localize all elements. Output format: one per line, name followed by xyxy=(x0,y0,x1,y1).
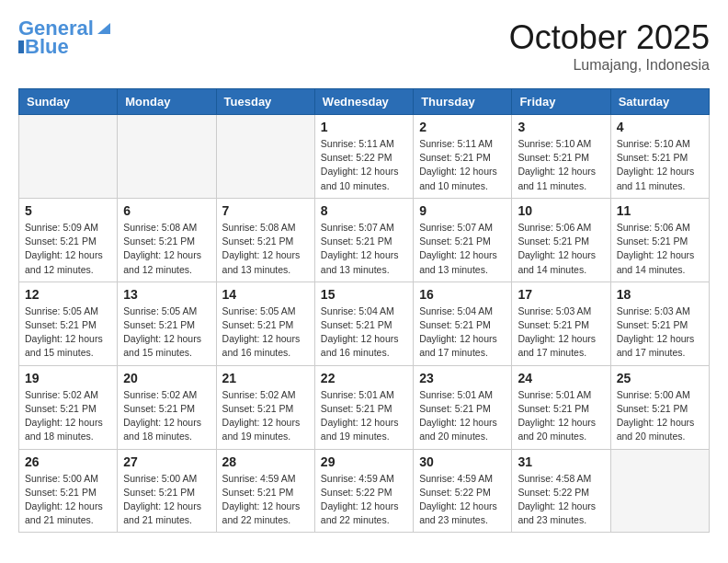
day-number: 30 xyxy=(419,454,506,469)
day-number: 24 xyxy=(518,371,604,385)
day-number: 3 xyxy=(518,120,604,134)
day-info: Sunrise: 5:05 AM Sunset: 5:21 PM Dayligh… xyxy=(123,304,210,361)
header-sunday: Sunday xyxy=(19,89,118,115)
calendar-cell: 27Sunrise: 5:00 AM Sunset: 5:21 PM Dayli… xyxy=(118,449,216,533)
day-info: Sunrise: 5:06 AM Sunset: 5:21 PM Dayligh… xyxy=(518,221,604,277)
calendar-cell: 18Sunrise: 5:03 AM Sunset: 5:21 PM Dayli… xyxy=(610,282,709,365)
calendar-cell: 1Sunrise: 5:11 AM Sunset: 5:22 PM Daylig… xyxy=(314,115,413,199)
day-number: 29 xyxy=(321,454,407,469)
day-number: 7 xyxy=(222,203,309,218)
day-number: 9 xyxy=(419,203,506,218)
day-info: Sunrise: 4:59 AM Sunset: 5:22 PM Dayligh… xyxy=(321,472,407,528)
logo-wing-icon xyxy=(96,19,112,36)
day-number: 8 xyxy=(321,203,407,218)
calendar-cell: 2Sunrise: 5:11 AM Sunset: 5:21 PM Daylig… xyxy=(414,115,512,199)
calendar-cell xyxy=(610,449,709,533)
day-info: Sunrise: 5:04 AM Sunset: 5:21 PM Dayligh… xyxy=(419,304,506,361)
day-number: 5 xyxy=(25,203,111,218)
header-tuesday: Tuesday xyxy=(216,89,314,115)
calendar-week-row: 12Sunrise: 5:05 AM Sunset: 5:21 PM Dayli… xyxy=(19,282,710,365)
day-number: 26 xyxy=(25,454,111,469)
day-number: 20 xyxy=(123,371,210,385)
calendar-cell: 13Sunrise: 5:05 AM Sunset: 5:21 PM Dayli… xyxy=(118,282,216,365)
day-info: Sunrise: 5:07 AM Sunset: 5:21 PM Dayligh… xyxy=(321,221,407,277)
day-info: Sunrise: 5:01 AM Sunset: 5:21 PM Dayligh… xyxy=(518,388,604,444)
calendar-cell: 9Sunrise: 5:07 AM Sunset: 5:21 PM Daylig… xyxy=(414,198,512,282)
location-title: Lumajang, Indonesia xyxy=(509,57,710,74)
calendar-week-row: 1Sunrise: 5:11 AM Sunset: 5:22 PM Daylig… xyxy=(19,115,710,199)
calendar-cell: 8Sunrise: 5:07 AM Sunset: 5:21 PM Daylig… xyxy=(314,198,413,282)
day-info: Sunrise: 5:02 AM Sunset: 5:21 PM Dayligh… xyxy=(222,388,309,444)
day-info: Sunrise: 5:07 AM Sunset: 5:21 PM Dayligh… xyxy=(419,221,506,277)
day-info: Sunrise: 5:10 AM Sunset: 5:21 PM Dayligh… xyxy=(617,137,703,193)
day-info: Sunrise: 5:04 AM Sunset: 5:21 PM Dayligh… xyxy=(321,304,407,361)
calendar-week-row: 19Sunrise: 5:02 AM Sunset: 5:21 PM Dayli… xyxy=(19,365,710,449)
day-number: 13 xyxy=(123,287,210,302)
calendar-cell: 4Sunrise: 5:10 AM Sunset: 5:21 PM Daylig… xyxy=(610,115,709,199)
day-number: 22 xyxy=(321,371,407,385)
title-block: October 2025 Lumajang, Indonesia xyxy=(509,18,710,74)
calendar-cell: 31Sunrise: 4:58 AM Sunset: 5:22 PM Dayli… xyxy=(512,449,610,533)
day-number: 23 xyxy=(419,371,506,385)
day-info: Sunrise: 5:03 AM Sunset: 5:21 PM Dayligh… xyxy=(518,304,604,361)
calendar-cell: 23Sunrise: 5:01 AM Sunset: 5:21 PM Dayli… xyxy=(414,365,512,449)
page-header: General Blue October 2025 Lumajang, Indo… xyxy=(18,18,710,74)
day-info: Sunrise: 5:01 AM Sunset: 5:21 PM Dayligh… xyxy=(321,388,407,444)
day-number: 21 xyxy=(222,371,309,385)
day-number: 10 xyxy=(518,203,604,218)
calendar-cell xyxy=(19,115,118,199)
calendar-cell: 6Sunrise: 5:08 AM Sunset: 5:21 PM Daylig… xyxy=(118,198,216,282)
day-number: 25 xyxy=(617,371,703,385)
day-number: 4 xyxy=(617,120,703,134)
header-monday: Monday xyxy=(118,89,216,115)
calendar-cell: 22Sunrise: 5:01 AM Sunset: 5:21 PM Dayli… xyxy=(314,365,413,449)
day-number: 14 xyxy=(222,287,309,302)
day-info: Sunrise: 4:59 AM Sunset: 5:21 PM Dayligh… xyxy=(222,472,309,528)
calendar-cell: 28Sunrise: 4:59 AM Sunset: 5:21 PM Dayli… xyxy=(216,449,314,533)
day-info: Sunrise: 5:05 AM Sunset: 5:21 PM Dayligh… xyxy=(25,304,111,361)
day-info: Sunrise: 4:58 AM Sunset: 5:22 PM Dayligh… xyxy=(518,472,604,528)
day-info: Sunrise: 5:02 AM Sunset: 5:21 PM Dayligh… xyxy=(123,388,210,444)
calendar-cell: 30Sunrise: 4:59 AM Sunset: 5:22 PM Dayli… xyxy=(414,449,512,533)
day-number: 6 xyxy=(123,203,210,218)
calendar-table: SundayMondayTuesdayWednesdayThursdayFrid… xyxy=(18,88,710,533)
logo-blue-text: Blue xyxy=(25,37,69,57)
day-info: Sunrise: 5:00 AM Sunset: 5:21 PM Dayligh… xyxy=(25,472,111,528)
header-friday: Friday xyxy=(512,89,610,115)
calendar-header-row: SundayMondayTuesdayWednesdayThursdayFrid… xyxy=(19,89,710,115)
day-info: Sunrise: 5:03 AM Sunset: 5:21 PM Dayligh… xyxy=(617,304,703,361)
calendar-cell: 5Sunrise: 5:09 AM Sunset: 5:21 PM Daylig… xyxy=(19,198,118,282)
calendar-cell: 15Sunrise: 5:04 AM Sunset: 5:21 PM Dayli… xyxy=(314,282,413,365)
calendar-cell: 16Sunrise: 5:04 AM Sunset: 5:21 PM Dayli… xyxy=(414,282,512,365)
calendar-week-row: 26Sunrise: 5:00 AM Sunset: 5:21 PM Dayli… xyxy=(19,449,710,533)
calendar-week-row: 5Sunrise: 5:09 AM Sunset: 5:21 PM Daylig… xyxy=(19,198,710,282)
day-info: Sunrise: 5:06 AM Sunset: 5:21 PM Dayligh… xyxy=(617,221,703,277)
day-info: Sunrise: 5:11 AM Sunset: 5:22 PM Dayligh… xyxy=(321,137,407,193)
day-info: Sunrise: 5:05 AM Sunset: 5:21 PM Dayligh… xyxy=(222,304,309,361)
day-info: Sunrise: 5:08 AM Sunset: 5:21 PM Dayligh… xyxy=(123,221,210,277)
calendar-cell: 29Sunrise: 4:59 AM Sunset: 5:22 PM Dayli… xyxy=(314,449,413,533)
calendar-cell xyxy=(118,115,216,199)
day-info: Sunrise: 5:00 AM Sunset: 5:21 PM Dayligh… xyxy=(617,388,703,444)
calendar-cell: 14Sunrise: 5:05 AM Sunset: 5:21 PM Dayli… xyxy=(216,282,314,365)
calendar-cell: 21Sunrise: 5:02 AM Sunset: 5:21 PM Dayli… xyxy=(216,365,314,449)
day-info: Sunrise: 5:08 AM Sunset: 5:21 PM Dayligh… xyxy=(222,221,309,277)
calendar-cell: 25Sunrise: 5:00 AM Sunset: 5:21 PM Dayli… xyxy=(610,365,709,449)
calendar-cell: 11Sunrise: 5:06 AM Sunset: 5:21 PM Dayli… xyxy=(610,198,709,282)
svg-marker-0 xyxy=(97,23,110,34)
day-number: 17 xyxy=(518,287,604,302)
calendar-cell: 24Sunrise: 5:01 AM Sunset: 5:21 PM Dayli… xyxy=(512,365,610,449)
calendar-cell: 12Sunrise: 5:05 AM Sunset: 5:21 PM Dayli… xyxy=(19,282,118,365)
calendar-cell: 20Sunrise: 5:02 AM Sunset: 5:21 PM Dayli… xyxy=(118,365,216,449)
day-number: 19 xyxy=(25,371,111,385)
day-number: 16 xyxy=(419,287,506,302)
day-number: 18 xyxy=(617,287,703,302)
day-number: 28 xyxy=(222,454,309,469)
day-info: Sunrise: 4:59 AM Sunset: 5:22 PM Dayligh… xyxy=(419,472,506,528)
calendar-cell: 17Sunrise: 5:03 AM Sunset: 5:21 PM Dayli… xyxy=(512,282,610,365)
logo: General Blue xyxy=(18,18,112,57)
header-saturday: Saturday xyxy=(610,89,709,115)
day-info: Sunrise: 5:11 AM Sunset: 5:21 PM Dayligh… xyxy=(419,137,506,193)
day-info: Sunrise: 5:00 AM Sunset: 5:21 PM Dayligh… xyxy=(123,472,210,528)
day-info: Sunrise: 5:01 AM Sunset: 5:21 PM Dayligh… xyxy=(419,388,506,444)
